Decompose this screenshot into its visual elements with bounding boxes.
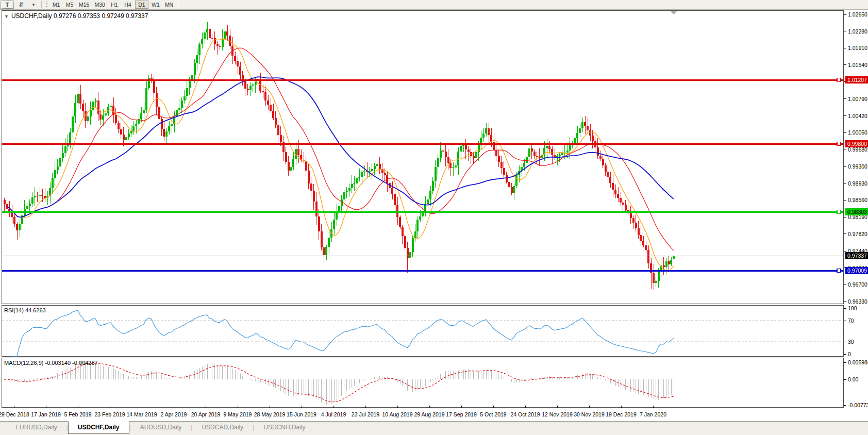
tab-eurusd[interactable]: EURUSD,Daily (6, 422, 66, 433)
price-tick-label: 1.02650 (848, 11, 867, 18)
price-tag-0.97009: 0.97009 (845, 267, 868, 274)
price-tick-label: 1.00790 (848, 96, 867, 102)
rsi-tick-label: 0 (848, 351, 851, 357)
chart-title-ohlc: 0.97276 0.97353 0.97249 0.97337 (54, 12, 148, 20)
date-tick-label: 4 Jul 2019 (321, 411, 346, 417)
rsi-tick-label: 30 (848, 339, 854, 345)
date-tick-label: 9 May 2019 (224, 411, 252, 417)
date-tick-label: 29 Dec 2018 (0, 411, 29, 417)
terminal-window: T ⇵ ▾ M1M5M15M30H1H4D1W1MN ▼USDCHF,Daily… (0, 0, 868, 435)
date-tick-label: 12 Nov 2019 (542, 411, 573, 417)
rsi-tick-label: 70 (848, 317, 854, 324)
date-tick-label: 29 Aug 2019 (414, 411, 445, 417)
price-tick-label: 1.00420 (848, 113, 867, 119)
tab-usdchf[interactable]: USDCHF,Daily (68, 421, 129, 434)
date-tick-label: 23 Feb 2019 (95, 411, 125, 417)
date-tick-label: 15 Jun 2019 (287, 411, 316, 417)
symbol-tab-bar: EURUSD,Daily|USDCHF,Daily|AUDUSD,Daily|U… (0, 421, 868, 435)
date-tick-label: 30 Nov 2019 (574, 411, 605, 417)
date-tick-label: 24 Oct 2019 (510, 411, 540, 417)
date-tick-label: 5 Oct 2019 (480, 411, 506, 417)
date-tick-label: 20 Apr 2019 (191, 411, 221, 417)
price-tag-1.01207: 1.01207 (845, 76, 868, 83)
date-tick-label: 10 Aug 2019 (382, 411, 413, 417)
rsi-tick-label: 100 (848, 305, 857, 311)
macd-tick-label: 0.00 (848, 376, 858, 382)
price-tag-0.98303: 0.98303 (845, 208, 868, 215)
rsi-label: RSI(14) 44.6263 (4, 307, 46, 313)
date-tick-label: 17 Jan 2019 (31, 411, 61, 417)
date-tick-label: 7 Jan 2020 (640, 411, 666, 417)
chart-title: ▼USDCHF,Daily 0.97276 0.97353 0.97249 0.… (4, 12, 148, 20)
tab-usdcad[interactable]: USDCAD,Daily (192, 422, 253, 433)
macd-tick-label: 0.005986 (848, 359, 868, 365)
price-tag-0.97337: 0.97337 (845, 252, 868, 259)
price-tick-label: 0.98930 (848, 180, 867, 187)
chart-title-symbol: USDCHF,Daily (11, 12, 52, 20)
price-tick-label: 1.00050 (848, 129, 867, 136)
price-chart-canvas[interactable] (0, 0, 868, 305)
macd-label: MACD(12,26,9) -0.003140 -0.004287 (4, 360, 98, 366)
price-tick-label: 0.96330 (848, 298, 867, 305)
date-tick-label: 28 May 2019 (254, 411, 286, 417)
date-tick-label: 17 Sep 2019 (446, 411, 477, 417)
price-tick-label: 0.99300 (848, 163, 867, 170)
price-tick-label: 1.01540 (848, 62, 867, 68)
price-tick-label: 0.96700 (848, 281, 867, 288)
date-tick-label: 14 Mar 2019 (127, 411, 157, 417)
tab-audusd[interactable]: AUDUSD,Daily (131, 422, 191, 433)
price-tick-label: 0.97820 (848, 231, 867, 237)
date-tick-label: 5 Feb 2019 (64, 411, 91, 417)
price-tick-label: 1.02280 (848, 28, 867, 35)
price-tag-0.99800: 0.99800 (845, 140, 868, 147)
macd-tick-label: -0.007737 (848, 402, 868, 408)
price-tick-label: 0.98560 (848, 197, 867, 203)
rsi-chart-canvas[interactable] (0, 305, 868, 358)
date-tick-label: 23 Jul 2019 (352, 411, 379, 417)
collapse-icon[interactable]: ▼ (4, 14, 9, 19)
date-tick-label: 2 Apr 2019 (161, 411, 187, 417)
macd-chart-canvas[interactable] (0, 358, 868, 408)
tab-usdcnh[interactable]: USDCNH,Daily (254, 422, 314, 433)
price-tick-label: 1.01910 (848, 45, 867, 51)
date-tick-label: 19 Dec 2019 (606, 411, 637, 417)
